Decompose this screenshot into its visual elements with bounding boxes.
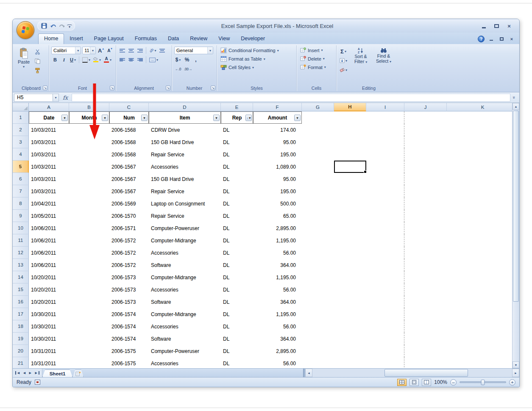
cell-F21[interactable]: 56.00 xyxy=(253,357,302,368)
column-header-K[interactable]: K xyxy=(447,103,512,111)
cell-K16[interactable] xyxy=(447,296,512,308)
cell-I21[interactable] xyxy=(366,357,404,368)
cell-A4[interactable]: 10/03/2011 xyxy=(29,148,69,161)
cell-J16[interactable] xyxy=(404,296,447,308)
clear-button[interactable]: ▾ xyxy=(339,66,348,74)
sheet-tab-sheet1[interactable]: Sheet1 xyxy=(42,369,73,377)
cell-A13[interactable]: 10/06/2011 xyxy=(29,259,69,271)
cell-E3[interactable]: DL xyxy=(221,136,253,148)
cell-H14[interactable] xyxy=(334,271,366,283)
cell-J6[interactable] xyxy=(404,173,447,185)
cell-D5[interactable]: Accessories xyxy=(149,161,221,173)
cell-C2[interactable]: 2006-1568 xyxy=(109,124,149,136)
cell-J3[interactable] xyxy=(404,136,447,148)
filter-button-date[interactable]: ▾ xyxy=(61,114,68,121)
filter-button-month[interactable]: ▾ xyxy=(102,114,108,121)
cell-A14[interactable]: 10/20/2011 xyxy=(29,271,69,283)
cell-E11[interactable]: DL xyxy=(221,234,253,247)
cell-I15[interactable] xyxy=(366,283,404,296)
name-box[interactable]: H5 xyxy=(14,94,53,102)
cell-H18[interactable] xyxy=(334,320,366,333)
cell-A20[interactable]: 10/31/2011 xyxy=(29,345,69,357)
cell-H7[interactable] xyxy=(334,185,366,197)
cell-J12[interactable] xyxy=(404,247,447,259)
column-header-I[interactable]: I xyxy=(366,103,404,111)
cell-A9[interactable]: 10/05/2011 xyxy=(29,210,69,222)
first-sheet-button[interactable]: ◄ xyxy=(15,371,20,375)
cell-D12[interactable]: Accessories xyxy=(149,247,221,259)
cell-A16[interactable]: 10/20/2011 xyxy=(29,296,69,308)
cell-I5[interactable] xyxy=(366,161,404,173)
cell-E2[interactable]: DL xyxy=(221,124,253,136)
cell-K9[interactable] xyxy=(447,210,512,222)
cell-J2[interactable] xyxy=(404,124,447,136)
cell-B14[interactable] xyxy=(69,271,109,283)
cell-H11[interactable] xyxy=(334,234,366,247)
cell-styles-button[interactable]: Cell Styles ▾ xyxy=(219,64,294,71)
cell-B8[interactable] xyxy=(69,197,109,210)
cell-G3[interactable] xyxy=(302,136,334,148)
cell-B20[interactable] xyxy=(69,345,109,357)
workbook-minimize-button[interactable] xyxy=(488,36,495,42)
cell-C12[interactable]: 2006-1572 xyxy=(109,247,149,259)
cell-F15[interactable]: 56.00 xyxy=(253,283,302,296)
cell-A10[interactable]: 10/06/2011 xyxy=(29,222,69,234)
cell-J20[interactable] xyxy=(404,345,447,357)
cell-H19[interactable] xyxy=(334,333,366,345)
sort-filter-button[interactable]: A Z Sort & Filter ▾ xyxy=(350,47,372,74)
cell-G17[interactable] xyxy=(302,308,334,320)
cell-C17[interactable]: 2006-1574 xyxy=(109,308,149,320)
cell-F8[interactable]: 500.00 xyxy=(253,197,302,210)
cell-E5[interactable]: DL xyxy=(221,161,253,173)
workbook-restore-button[interactable] xyxy=(498,36,505,42)
cell-A15[interactable]: 10/20/2011 xyxy=(29,283,69,296)
ribbon-tab-insert[interactable]: Insert xyxy=(64,34,88,44)
cell-H21[interactable] xyxy=(334,357,366,368)
cell-D3[interactable]: 150 GB Hard Drive xyxy=(149,136,221,148)
cell-F17[interactable]: 1,195.00 xyxy=(253,308,302,320)
column-header-B[interactable]: B xyxy=(69,103,109,111)
page-break-preview-button[interactable] xyxy=(422,379,431,386)
cell-G2[interactable] xyxy=(302,124,334,136)
cell-H13[interactable] xyxy=(334,259,366,271)
cell-B11[interactable] xyxy=(69,234,109,247)
cell-F2[interactable]: 174.00 xyxy=(253,124,302,136)
align-top-button[interactable] xyxy=(118,47,126,54)
cell-C1[interactable]: Num▾ xyxy=(109,111,149,124)
row-header-17[interactable]: 17 xyxy=(13,308,29,320)
minimize-button[interactable] xyxy=(479,22,488,29)
cell-B16[interactable] xyxy=(69,296,109,308)
number-dialog-launcher[interactable]: ↘ xyxy=(211,86,215,90)
vertical-scroll-thumb[interactable] xyxy=(513,111,519,302)
previous-sheet-button[interactable]: ◄ xyxy=(22,371,26,375)
cell-B9[interactable] xyxy=(69,210,109,222)
cell-A5[interactable]: 10/03/2011 xyxy=(29,161,69,173)
normal-view-button[interactable] xyxy=(397,379,407,386)
cell-K5[interactable] xyxy=(447,161,512,173)
align-middle-button[interactable] xyxy=(127,47,135,54)
cell-B13[interactable] xyxy=(69,259,109,271)
cell-C14[interactable]: 2006-1573 xyxy=(109,271,149,283)
find-select-button[interactable]: Find & Select ▾ xyxy=(373,47,395,74)
cell-A8[interactable]: 10/04/2011 xyxy=(29,197,69,210)
cell-C19[interactable]: 2006-1574 xyxy=(109,333,149,345)
cell-C9[interactable]: 2006-1570 xyxy=(109,210,149,222)
cell-B18[interactable] xyxy=(69,320,109,333)
column-header-E[interactable]: E xyxy=(221,103,253,111)
cell-G11[interactable] xyxy=(302,234,334,247)
vertical-scroll-track[interactable] xyxy=(513,110,519,361)
cell-A17[interactable]: 10/30/2011 xyxy=(29,308,69,320)
cell-C10[interactable]: 2006-1571 xyxy=(109,222,149,234)
cell-E10[interactable]: DL xyxy=(221,222,253,234)
cell-H4[interactable] xyxy=(334,148,366,161)
cell-K13[interactable] xyxy=(447,259,512,271)
cell-C21[interactable]: 2006-1575 xyxy=(109,357,149,368)
cell-C6[interactable]: 2006-1567 xyxy=(109,173,149,185)
cell-B19[interactable] xyxy=(69,333,109,345)
column-header-G[interactable]: G xyxy=(302,103,334,111)
cell-H5[interactable] xyxy=(334,161,366,173)
cell-E15[interactable]: DL xyxy=(221,283,253,296)
copy-button[interactable] xyxy=(33,57,41,65)
cell-K10[interactable] xyxy=(447,222,512,234)
cell-E8[interactable]: DL xyxy=(221,197,253,210)
